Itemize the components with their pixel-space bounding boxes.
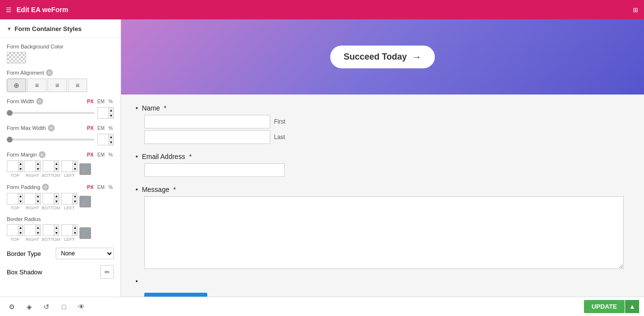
- padding-top-down[interactable]: ▼: [18, 199, 23, 204]
- margin-info-icon[interactable]: ⊖: [39, 151, 46, 158]
- max-width-input[interactable]: [98, 134, 108, 145]
- margin-left-input[interactable]: [61, 161, 72, 172]
- br-right-up[interactable]: ▲: [35, 225, 40, 230]
- br-top-input[interactable]: [7, 225, 18, 236]
- width-px-tab[interactable]: PX: [86, 99, 94, 104]
- padding-left-up[interactable]: ▲: [72, 193, 77, 199]
- margin-em-tab[interactable]: EM: [96, 152, 106, 158]
- border-radius-inputs: ▲ ▼ TOP ▲ ▼: [7, 224, 114, 242]
- br-top-label: TOP: [11, 237, 19, 242]
- settings-icon[interactable]: ⚙: [5, 300, 18, 314]
- max-width-em-tab[interactable]: EM: [96, 126, 106, 131]
- margin-bottom-down[interactable]: ▼: [54, 166, 59, 172]
- padding-pct-tab[interactable]: %: [107, 185, 114, 190]
- br-link-btn[interactable]: 🔗: [79, 227, 91, 239]
- max-width-px-tab[interactable]: PX: [86, 126, 94, 131]
- margin-top-up[interactable]: ▲: [18, 161, 23, 166]
- br-bottom-label: BOTTOM: [42, 237, 60, 242]
- extra-bullet: •: [136, 278, 138, 285]
- margin-left-down[interactable]: ▼: [72, 166, 77, 172]
- margin-px-tab[interactable]: PX: [86, 152, 94, 158]
- margin-bottom-input[interactable]: [43, 161, 54, 172]
- br-left-up[interactable]: ▲: [72, 225, 77, 230]
- color-swatch[interactable]: [7, 52, 26, 63]
- history-icon[interactable]: ↺: [40, 300, 53, 314]
- width-slider[interactable]: [7, 112, 94, 114]
- width-down-btn[interactable]: ▼: [108, 113, 113, 118]
- max-width-slider[interactable]: [7, 139, 94, 141]
- br-right-input[interactable]: [25, 225, 35, 236]
- padding-right-down[interactable]: ▼: [35, 199, 40, 204]
- br-left-input[interactable]: [61, 225, 72, 236]
- margin-pct-tab[interactable]: %: [107, 152, 114, 158]
- max-width-down-btn[interactable]: ▼: [108, 140, 113, 145]
- padding-em-tab[interactable]: EM: [96, 185, 106, 190]
- max-width-pct-tab[interactable]: %: [107, 126, 114, 131]
- submit-button[interactable]: Submit Query: [144, 293, 207, 297]
- width-input[interactable]: [98, 108, 108, 118]
- align-justify-btn[interactable]: ≡: [47, 79, 67, 92]
- padding-bottom-input[interactable]: [43, 193, 54, 204]
- width-pct-tab[interactable]: %: [107, 99, 114, 104]
- padding-bottom-down[interactable]: ▼: [54, 199, 59, 204]
- message-textarea[interactable]: [144, 196, 624, 269]
- width-em-tab[interactable]: EM: [96, 99, 106, 104]
- padding-link-btn[interactable]: 🔗: [79, 196, 91, 207]
- hero-button[interactable]: Succeed Today →: [330, 46, 435, 68]
- align-center-btn[interactable]: ⊕: [7, 79, 26, 92]
- padding-top-up[interactable]: ▲: [18, 193, 23, 199]
- br-left-label: LEFT: [64, 237, 75, 242]
- margin-right-up[interactable]: ▲: [35, 161, 40, 166]
- box-shadow-label: Box Shadow: [7, 269, 42, 276]
- border-type-select[interactable]: None Solid Dashed Dotted: [56, 248, 114, 259]
- chevron-icon[interactable]: ▼: [7, 26, 12, 32]
- padding-left-input[interactable]: [61, 193, 72, 204]
- box-shadow-edit-btn[interactable]: ✏: [100, 265, 114, 279]
- border-radius-label: Border Radius: [7, 216, 41, 222]
- update-dropdown-btn[interactable]: ▲: [625, 300, 639, 313]
- responsive-icon[interactable]: □: [57, 300, 71, 314]
- message-required: *: [173, 186, 176, 193]
- align-right-btn[interactable]: ≡: [68, 79, 87, 92]
- preview-icon[interactable]: 👁: [75, 300, 88, 314]
- padding-top-input[interactable]: [7, 193, 18, 204]
- br-bottom-input[interactable]: [43, 225, 54, 236]
- alignment-info-icon[interactable]: ⊖: [46, 69, 53, 76]
- br-bottom-up[interactable]: ▲: [54, 225, 59, 230]
- width-up-btn[interactable]: ▲: [108, 108, 113, 113]
- margin-link-btn[interactable]: 🔗: [79, 163, 91, 175]
- box-shadow-row: Box Shadow ✏: [7, 265, 114, 279]
- max-width-info-icon[interactable]: ⊖: [48, 125, 55, 131]
- br-top-up[interactable]: ▲: [18, 225, 23, 230]
- layers-icon[interactable]: ◈: [22, 300, 36, 314]
- name-last-input[interactable]: [144, 130, 270, 144]
- br-right-down[interactable]: ▼: [35, 230, 40, 236]
- margin-top-down[interactable]: ▼: [18, 166, 23, 172]
- max-width-up-btn[interactable]: ▲: [108, 134, 113, 140]
- grid-icon[interactable]: ⊞: [633, 6, 638, 14]
- padding-info-icon[interactable]: ⊖: [42, 184, 49, 190]
- margin-bottom-up[interactable]: ▲: [54, 161, 59, 166]
- padding-right-label: RIGHT: [26, 205, 39, 210]
- width-info-icon[interactable]: ⊖: [36, 98, 43, 105]
- br-left-down[interactable]: ▼: [72, 230, 77, 236]
- padding-bottom-up[interactable]: ▲: [54, 193, 59, 199]
- margin-top-input[interactable]: [7, 161, 18, 172]
- width-units: PX EM %: [86, 99, 114, 104]
- hamburger-icon[interactable]: ☰: [6, 6, 12, 14]
- margin-right-down[interactable]: ▼: [35, 166, 40, 172]
- padding-right-up[interactable]: ▲: [35, 193, 40, 199]
- panel-collapse-btn[interactable]: ‹: [121, 151, 121, 165]
- email-input[interactable]: [144, 163, 285, 177]
- padding-left-down[interactable]: ▼: [72, 199, 77, 204]
- br-top-down[interactable]: ▼: [18, 230, 23, 236]
- align-left-btn[interactable]: ≡: [27, 79, 46, 92]
- name-first-input[interactable]: [144, 115, 270, 128]
- padding-right-input[interactable]: [25, 193, 35, 204]
- message-field-label: Message: [142, 186, 169, 193]
- margin-left-up[interactable]: ▲: [72, 161, 77, 166]
- update-button[interactable]: UPDATE: [584, 300, 625, 313]
- br-bottom-down[interactable]: ▼: [54, 230, 59, 236]
- padding-px-tab[interactable]: PX: [86, 185, 94, 190]
- margin-right-input[interactable]: [25, 161, 35, 172]
